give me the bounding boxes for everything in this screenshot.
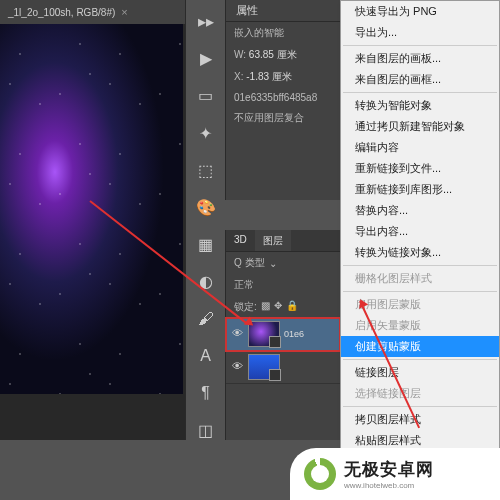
w-value[interactable]: 63.85 厘米 (249, 49, 297, 60)
layer-row-selected[interactable]: 👁 01e6 (226, 318, 340, 351)
x-label: X: (234, 71, 243, 82)
smart-object-badge-icon (269, 336, 281, 348)
menu-export-png[interactable]: 快速导出为 PNG (341, 1, 499, 22)
menu-export-as[interactable]: 导出为... (341, 22, 499, 43)
histogram-icon[interactable]: ▭ (196, 86, 216, 105)
embed-label: 嵌入的智能 (226, 22, 340, 44)
properties-title: 属性 (226, 0, 340, 22)
adjustments-icon[interactable]: ◐ (196, 272, 216, 291)
tab-3d[interactable]: 3D (226, 230, 255, 251)
chevron-down-icon: ⌄ (269, 258, 277, 269)
menu-separator (343, 45, 497, 46)
document-tab[interactable]: _1l_2o_100sh, RGB/8#) × (0, 0, 185, 24)
blend-mode-value: 正常 (234, 278, 254, 292)
lock-row: 锁定: ▩ ✥ 🔒 (226, 296, 340, 318)
tab-layers[interactable]: 图层 (255, 230, 291, 251)
palette-icon[interactable]: 🎨 (196, 198, 216, 217)
menu-separator (343, 265, 497, 266)
lock-label: 锁定: (234, 300, 257, 314)
no-comp-label: 不应用图层复合 (226, 107, 340, 129)
layer-thumbnail[interactable] (248, 354, 280, 380)
character-icon[interactable]: A (196, 347, 216, 366)
smart-object-badge-icon (269, 369, 281, 381)
menu-create-clipping-mask[interactable]: 创建剪贴蒙版 (341, 336, 499, 357)
menu-export-contents[interactable]: 导出内容... (341, 221, 499, 242)
canvas-area: _1l_2o_100sh, RGB/8#) × (0, 0, 185, 440)
menu-enable-mask: 启用图层蒙版 (341, 294, 499, 315)
paragraph-icon[interactable]: ¶ (196, 384, 216, 403)
menu-from-frame[interactable]: 来自图层的画框... (341, 69, 499, 90)
watermark: 无极安卓网 www.ihotelweb.com (290, 448, 500, 500)
properties-panel: 属性 嵌入的智能 W: 63.85 厘米 X: -1.83 厘米 01e6335… (225, 0, 340, 200)
grid-icon[interactable]: ▦ (196, 235, 216, 254)
menu-link-layers[interactable]: 链接图层 (341, 362, 499, 383)
watermark-en: www.ihotelweb.com (344, 481, 434, 490)
canvas-image[interactable] (0, 24, 183, 394)
layers-icon[interactable]: ◫ (196, 421, 216, 440)
hash-value: 01e6335bff6485a8 (226, 88, 340, 107)
lock-position-icon[interactable]: ✥ (274, 300, 282, 314)
layer-name[interactable]: 01e6 (284, 329, 304, 339)
visibility-icon[interactable]: 👁 (230, 327, 244, 341)
document-title: _1l_2o_100sh, RGB/8#) (8, 7, 115, 18)
lock-pixels-icon[interactable]: ▩ (261, 300, 270, 314)
play-icon[interactable]: ▶ (196, 49, 216, 68)
layer-thumbnail[interactable] (248, 321, 280, 347)
info-icon[interactable]: ✦ (196, 124, 216, 143)
menu-convert-so[interactable]: 转换为智能对象 (341, 95, 499, 116)
collapse-icon[interactable]: ▸▸ (196, 12, 216, 31)
watermark-logo-icon (304, 458, 336, 490)
menu-relink-lib[interactable]: 重新链接到库图形... (341, 179, 499, 200)
layers-panel: 3D 图层 Q 类型 ⌄ 正常 锁定: ▩ ✥ 🔒 👁 01e6 👁 (225, 230, 340, 440)
menu-replace-contents[interactable]: 替换内容... (341, 200, 499, 221)
menu-separator (343, 406, 497, 407)
menu-relink-file[interactable]: 重新链接到文件... (341, 158, 499, 179)
menu-copy-style[interactable]: 拷贝图层样式 (341, 409, 499, 430)
blend-mode-select[interactable]: 正常 (226, 274, 340, 296)
menu-separator (343, 291, 497, 292)
swatches-icon[interactable]: ⬚ (196, 161, 216, 180)
menu-select-linked: 选择链接图层 (341, 383, 499, 404)
watermark-cn: 无极安卓网 (344, 458, 434, 481)
menu-new-so-copy[interactable]: 通过拷贝新建智能对象 (341, 116, 499, 137)
menu-from-artboard[interactable]: 来自图层的画板... (341, 48, 499, 69)
kind-label: Q 类型 (234, 256, 265, 270)
layer-row[interactable]: 👁 (226, 351, 340, 384)
x-value[interactable]: -1.83 厘米 (246, 71, 292, 82)
close-icon[interactable]: × (121, 6, 127, 18)
menu-edit-contents[interactable]: 编辑内容 (341, 137, 499, 158)
menu-rasterize: 栅格化图层样式 (341, 268, 499, 289)
lock-all-icon[interactable]: 🔒 (286, 300, 298, 314)
layer-kind-filter[interactable]: Q 类型 ⌄ (226, 252, 340, 274)
menu-separator (343, 359, 497, 360)
vertical-toolbar: ▸▸ ▶ ▭ ✦ ⬚ 🎨 ▦ ◐ 🖌 A ¶ ◫ (185, 0, 225, 440)
menu-enable-vmask: 启用矢量蒙版 (341, 315, 499, 336)
w-label: W: (234, 49, 246, 60)
menu-separator (343, 92, 497, 93)
layer-context-menu: 快速导出为 PNG 导出为... 来自图层的画板... 来自图层的画框... 转… (340, 0, 500, 473)
menu-convert-linked[interactable]: 转换为链接对象... (341, 242, 499, 263)
brush-icon[interactable]: 🖌 (196, 309, 216, 328)
visibility-icon[interactable]: 👁 (230, 360, 244, 374)
